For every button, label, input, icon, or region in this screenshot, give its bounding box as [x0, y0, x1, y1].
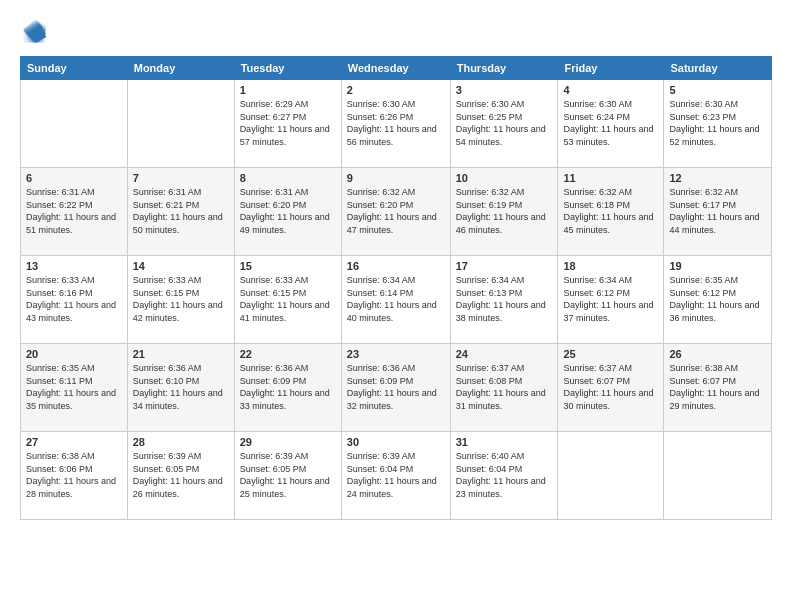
- week-row-1: 1Sunrise: 6:29 AM Sunset: 6:27 PM Daylig…: [21, 80, 772, 168]
- weekday-saturday: Saturday: [664, 57, 772, 80]
- day-number: 22: [240, 348, 336, 360]
- calendar-cell: 20Sunrise: 6:35 AM Sunset: 6:11 PM Dayli…: [21, 344, 128, 432]
- day-number: 1: [240, 84, 336, 96]
- calendar-cell: [664, 432, 772, 520]
- header: [20, 18, 772, 46]
- calendar-cell: 9Sunrise: 6:32 AM Sunset: 6:20 PM Daylig…: [341, 168, 450, 256]
- day-number: 13: [26, 260, 122, 272]
- calendar-cell: 10Sunrise: 6:32 AM Sunset: 6:19 PM Dayli…: [450, 168, 558, 256]
- weekday-tuesday: Tuesday: [234, 57, 341, 80]
- day-info: Sunrise: 6:33 AM Sunset: 6:15 PM Dayligh…: [240, 274, 336, 324]
- calendar-cell: [127, 80, 234, 168]
- week-row-5: 27Sunrise: 6:38 AM Sunset: 6:06 PM Dayli…: [21, 432, 772, 520]
- weekday-monday: Monday: [127, 57, 234, 80]
- calendar-cell: 8Sunrise: 6:31 AM Sunset: 6:20 PM Daylig…: [234, 168, 341, 256]
- day-info: Sunrise: 6:40 AM Sunset: 6:04 PM Dayligh…: [456, 450, 553, 500]
- day-number: 4: [563, 84, 658, 96]
- day-number: 26: [669, 348, 766, 360]
- day-info: Sunrise: 6:34 AM Sunset: 6:12 PM Dayligh…: [563, 274, 658, 324]
- day-info: Sunrise: 6:30 AM Sunset: 6:26 PM Dayligh…: [347, 98, 445, 148]
- calendar-cell: 13Sunrise: 6:33 AM Sunset: 6:16 PM Dayli…: [21, 256, 128, 344]
- calendar-cell: 4Sunrise: 6:30 AM Sunset: 6:24 PM Daylig…: [558, 80, 664, 168]
- day-info: Sunrise: 6:31 AM Sunset: 6:20 PM Dayligh…: [240, 186, 336, 236]
- calendar-cell: 27Sunrise: 6:38 AM Sunset: 6:06 PM Dayli…: [21, 432, 128, 520]
- day-info: Sunrise: 6:32 AM Sunset: 6:18 PM Dayligh…: [563, 186, 658, 236]
- day-number: 7: [133, 172, 229, 184]
- logo-icon: [20, 18, 48, 46]
- day-info: Sunrise: 6:30 AM Sunset: 6:23 PM Dayligh…: [669, 98, 766, 148]
- day-info: Sunrise: 6:31 AM Sunset: 6:21 PM Dayligh…: [133, 186, 229, 236]
- day-number: 16: [347, 260, 445, 272]
- day-info: Sunrise: 6:30 AM Sunset: 6:25 PM Dayligh…: [456, 98, 553, 148]
- day-number: 10: [456, 172, 553, 184]
- calendar-cell: [558, 432, 664, 520]
- day-number: 2: [347, 84, 445, 96]
- day-number: 6: [26, 172, 122, 184]
- day-number: 20: [26, 348, 122, 360]
- day-number: 9: [347, 172, 445, 184]
- day-info: Sunrise: 6:36 AM Sunset: 6:09 PM Dayligh…: [240, 362, 336, 412]
- day-number: 15: [240, 260, 336, 272]
- day-info: Sunrise: 6:34 AM Sunset: 6:14 PM Dayligh…: [347, 274, 445, 324]
- calendar-cell: 7Sunrise: 6:31 AM Sunset: 6:21 PM Daylig…: [127, 168, 234, 256]
- day-info: Sunrise: 6:39 AM Sunset: 6:05 PM Dayligh…: [240, 450, 336, 500]
- day-info: Sunrise: 6:38 AM Sunset: 6:07 PM Dayligh…: [669, 362, 766, 412]
- day-info: Sunrise: 6:39 AM Sunset: 6:05 PM Dayligh…: [133, 450, 229, 500]
- calendar-cell: 1Sunrise: 6:29 AM Sunset: 6:27 PM Daylig…: [234, 80, 341, 168]
- day-info: Sunrise: 6:36 AM Sunset: 6:09 PM Dayligh…: [347, 362, 445, 412]
- day-info: Sunrise: 6:32 AM Sunset: 6:17 PM Dayligh…: [669, 186, 766, 236]
- calendar-cell: 14Sunrise: 6:33 AM Sunset: 6:15 PM Dayli…: [127, 256, 234, 344]
- calendar-cell: 16Sunrise: 6:34 AM Sunset: 6:14 PM Dayli…: [341, 256, 450, 344]
- day-number: 14: [133, 260, 229, 272]
- calendar-cell: 19Sunrise: 6:35 AM Sunset: 6:12 PM Dayli…: [664, 256, 772, 344]
- day-number: 18: [563, 260, 658, 272]
- weekday-wednesday: Wednesday: [341, 57, 450, 80]
- calendar-cell: 25Sunrise: 6:37 AM Sunset: 6:07 PM Dayli…: [558, 344, 664, 432]
- day-number: 23: [347, 348, 445, 360]
- day-info: Sunrise: 6:30 AM Sunset: 6:24 PM Dayligh…: [563, 98, 658, 148]
- calendar-cell: [21, 80, 128, 168]
- calendar-cell: 28Sunrise: 6:39 AM Sunset: 6:05 PM Dayli…: [127, 432, 234, 520]
- calendar-cell: 21Sunrise: 6:36 AM Sunset: 6:10 PM Dayli…: [127, 344, 234, 432]
- day-info: Sunrise: 6:29 AM Sunset: 6:27 PM Dayligh…: [240, 98, 336, 148]
- day-info: Sunrise: 6:33 AM Sunset: 6:15 PM Dayligh…: [133, 274, 229, 324]
- calendar-cell: 23Sunrise: 6:36 AM Sunset: 6:09 PM Dayli…: [341, 344, 450, 432]
- calendar-cell: 12Sunrise: 6:32 AM Sunset: 6:17 PM Dayli…: [664, 168, 772, 256]
- day-number: 21: [133, 348, 229, 360]
- day-number: 17: [456, 260, 553, 272]
- calendar-cell: 26Sunrise: 6:38 AM Sunset: 6:07 PM Dayli…: [664, 344, 772, 432]
- calendar-cell: 22Sunrise: 6:36 AM Sunset: 6:09 PM Dayli…: [234, 344, 341, 432]
- weekday-thursday: Thursday: [450, 57, 558, 80]
- day-number: 3: [456, 84, 553, 96]
- weekday-sunday: Sunday: [21, 57, 128, 80]
- logo: [20, 18, 52, 46]
- day-number: 31: [456, 436, 553, 448]
- day-info: Sunrise: 6:37 AM Sunset: 6:08 PM Dayligh…: [456, 362, 553, 412]
- calendar-cell: 2Sunrise: 6:30 AM Sunset: 6:26 PM Daylig…: [341, 80, 450, 168]
- week-row-4: 20Sunrise: 6:35 AM Sunset: 6:11 PM Dayli…: [21, 344, 772, 432]
- calendar-cell: 29Sunrise: 6:39 AM Sunset: 6:05 PM Dayli…: [234, 432, 341, 520]
- day-number: 28: [133, 436, 229, 448]
- day-number: 12: [669, 172, 766, 184]
- day-info: Sunrise: 6:32 AM Sunset: 6:20 PM Dayligh…: [347, 186, 445, 236]
- page: SundayMondayTuesdayWednesdayThursdayFrid…: [0, 0, 792, 612]
- weekday-header-row: SundayMondayTuesdayWednesdayThursdayFrid…: [21, 57, 772, 80]
- day-number: 25: [563, 348, 658, 360]
- calendar-cell: 3Sunrise: 6:30 AM Sunset: 6:25 PM Daylig…: [450, 80, 558, 168]
- day-number: 11: [563, 172, 658, 184]
- calendar-cell: 6Sunrise: 6:31 AM Sunset: 6:22 PM Daylig…: [21, 168, 128, 256]
- day-info: Sunrise: 6:35 AM Sunset: 6:12 PM Dayligh…: [669, 274, 766, 324]
- day-info: Sunrise: 6:35 AM Sunset: 6:11 PM Dayligh…: [26, 362, 122, 412]
- calendar-cell: 5Sunrise: 6:30 AM Sunset: 6:23 PM Daylig…: [664, 80, 772, 168]
- day-info: Sunrise: 6:36 AM Sunset: 6:10 PM Dayligh…: [133, 362, 229, 412]
- weekday-friday: Friday: [558, 57, 664, 80]
- day-info: Sunrise: 6:38 AM Sunset: 6:06 PM Dayligh…: [26, 450, 122, 500]
- calendar-table: SundayMondayTuesdayWednesdayThursdayFrid…: [20, 56, 772, 520]
- day-number: 8: [240, 172, 336, 184]
- calendar-cell: 18Sunrise: 6:34 AM Sunset: 6:12 PM Dayli…: [558, 256, 664, 344]
- day-info: Sunrise: 6:32 AM Sunset: 6:19 PM Dayligh…: [456, 186, 553, 236]
- day-info: Sunrise: 6:37 AM Sunset: 6:07 PM Dayligh…: [563, 362, 658, 412]
- calendar-cell: 31Sunrise: 6:40 AM Sunset: 6:04 PM Dayli…: [450, 432, 558, 520]
- calendar-cell: 17Sunrise: 6:34 AM Sunset: 6:13 PM Dayli…: [450, 256, 558, 344]
- day-number: 5: [669, 84, 766, 96]
